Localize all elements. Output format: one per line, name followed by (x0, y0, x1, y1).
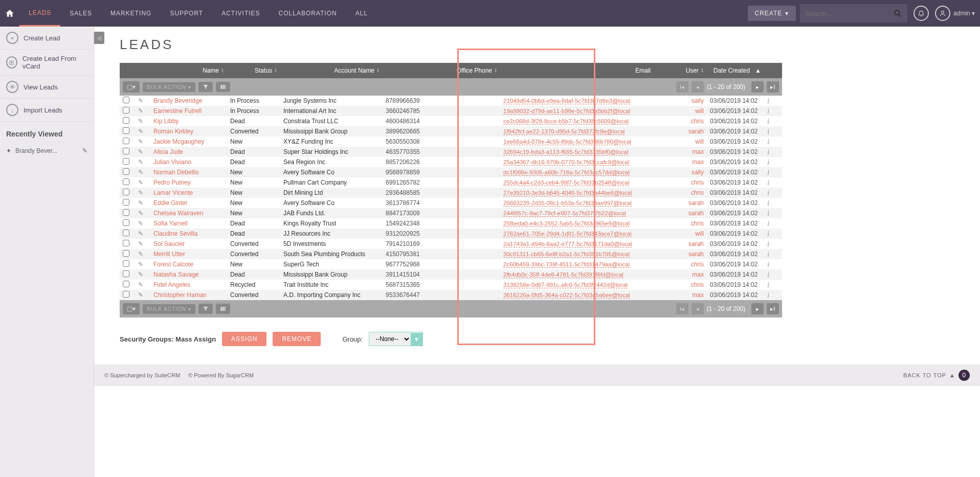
lead-user-link[interactable]: sarah (688, 240, 704, 247)
lead-user-link[interactable]: will (695, 138, 704, 145)
lead-user-link[interactable]: chris (691, 179, 704, 186)
row-edit-icon[interactable]: ✎ (135, 138, 150, 145)
user-avatar-icon[interactable] (935, 6, 950, 21)
search-box[interactable] (800, 4, 907, 22)
col-user-header[interactable]: User (686, 67, 699, 74)
lead-email-link[interactable]: 1f942fcf-ae22-1370-d95d-5c7fd373fc8e@loc… (503, 128, 625, 135)
row-edit-icon[interactable]: ✎ (135, 189, 150, 196)
lead-user-link[interactable]: max (692, 271, 704, 278)
lead-name-link[interactable]: Earnestine Futrell (153, 107, 202, 115)
bulk-action-button[interactable]: BULK ACTION ▾ (143, 82, 195, 92)
lead-name-link[interactable]: Jackie Mcgaughey (153, 138, 204, 145)
row-checkbox[interactable] (123, 138, 129, 144)
col-email-header[interactable]: Email (635, 67, 651, 74)
lead-email-link[interactable]: 1ee66a4d-078e-4c55-89dc-5c7fd336b780@loc… (503, 139, 631, 145)
lead-user-link[interactable]: max (692, 158, 704, 166)
lead-email-link[interactable]: 21049d54-0bbd-e9ea-8daf-5c7fd3b7d6e3@loc… (503, 98, 630, 104)
info-icon[interactable]: i (764, 138, 782, 146)
row-edit-icon[interactable]: ✎ (135, 240, 150, 247)
nav-link-support[interactable]: SUPPORT (161, 0, 212, 27)
info-icon[interactable]: i (764, 178, 782, 187)
search-input[interactable] (805, 10, 893, 17)
lead-user-link[interactable]: chris (691, 281, 704, 288)
row-edit-icon[interactable]: ✎ (135, 210, 150, 217)
select-all-toggle[interactable]: ▢▾ (123, 81, 140, 93)
info-icon[interactable]: i (764, 127, 782, 136)
back-to-top-button[interactable]: BACK TO TOP ▲ 0 (903, 370, 970, 381)
lead-name-link[interactable]: Fidel Angeles (153, 281, 190, 288)
row-edit-icon[interactable]: ✎ (135, 107, 150, 115)
lead-email-link[interactable]: 3138258e-0d67-891c-afc0-5c7fd3fc442d@loc… (503, 282, 628, 288)
lead-email-link[interactable]: 32694c19-bda3-a113-f665-5c7fd3335bf0@loc… (503, 149, 628, 155)
info-icon[interactable]: i (764, 148, 782, 156)
search-icon[interactable] (893, 9, 902, 18)
row-edit-icon[interactable]: ✎ (135, 128, 150, 135)
lead-email-link[interactable]: 244f857c-9ac7-79cf-e907-5c7fd37f7b22@loc… (503, 210, 626, 217)
lead-email-link[interactable]: 3616226a-0fd5-364a-c022-5c7fd3a5a6ee@loc… (503, 292, 630, 299)
info-icon[interactable]: i (764, 97, 782, 105)
lead-name-link[interactable]: Pedro Putney (153, 179, 191, 186)
page-prev-button-bottom[interactable]: ◂ (692, 303, 704, 314)
bulk-action-button-bottom[interactable]: BULK ACTION ▾ (143, 304, 195, 314)
lead-email-link[interactable]: 25a34367-db16-970b-0770-5c7fd3ccafc9@loc… (503, 159, 629, 166)
sidebar-item-1[interactable]: ⊞Create Lead From vCard (0, 50, 94, 76)
lead-email-link[interactable]: 2762ae61-705e-29d4-1d81-5c7fd343ace7@loc… (503, 231, 632, 237)
lead-name-link[interactable]: Alicia Jude (153, 148, 183, 155)
row-edit-icon[interactable]: ✎ (135, 169, 150, 176)
page-first-button[interactable]: I◂ (676, 81, 688, 93)
lead-name-link[interactable]: Norman Debellis (153, 169, 199, 176)
page-first-button-bottom[interactable]: I◂ (676, 303, 688, 314)
row-edit-icon[interactable]: ✎ (135, 230, 150, 237)
row-checkbox[interactable] (123, 230, 129, 236)
assign-button[interactable]: ASSIGN (222, 332, 266, 346)
filter-icon[interactable] (198, 82, 213, 92)
lead-name-link[interactable]: Sol Saucier (153, 240, 185, 247)
lead-name-link[interactable]: Merrill Utter (153, 251, 185, 258)
info-icon[interactable]: i (764, 240, 782, 248)
lead-email-link[interactable]: dc1f086e-9305-a60b-716a-5c7fd3dc57dd@loc… (503, 169, 630, 176)
info-icon[interactable]: i (764, 168, 782, 177)
nav-link-sales[interactable]: SALES (60, 0, 101, 27)
row-checkbox[interactable] (123, 281, 129, 287)
lead-user-link[interactable]: chris (691, 220, 704, 227)
lead-user-link[interactable]: sarah (688, 128, 704, 135)
lead-email-link[interactable]: 30c91311-cb65-6e8f-b2a1-5c7fd391b795@loc… (503, 251, 630, 258)
lead-email-link[interactable]: 25fbeda0-e4c3-2552-5ab5-5c7fd3c965e9@loc… (503, 220, 630, 227)
lead-user-link[interactable]: will (695, 230, 704, 237)
row-edit-icon[interactable]: ✎ (135, 148, 150, 155)
row-edit-icon[interactable]: ✎ (135, 179, 150, 186)
col-status-header[interactable]: Status (255, 67, 272, 74)
lead-name-link[interactable]: Chelsea Walraven (153, 210, 204, 217)
row-checkbox[interactable] (123, 189, 129, 195)
info-icon[interactable]: i (764, 117, 782, 126)
row-checkbox[interactable] (123, 178, 129, 185)
row-checkbox[interactable] (123, 199, 129, 206)
admin-menu[interactable]: admin ▾ (953, 10, 975, 17)
info-icon[interactable]: i (764, 199, 782, 208)
row-edit-icon[interactable]: ✎ (135, 199, 150, 207)
lead-user-link[interactable]: sarah (688, 199, 704, 207)
lead-email-link[interactable]: 27e39210-3e3d-b645-4046-5c7fd3a44be6@loc… (503, 190, 632, 196)
lead-user-link[interactable]: chris (691, 261, 704, 268)
row-edit-icon[interactable]: ✎ (135, 271, 150, 278)
lead-name-link[interactable]: Julian Viviano (153, 158, 191, 166)
row-edit-icon[interactable]: ✎ (135, 97, 150, 104)
lead-name-link[interactable]: Sofia Yarnell (153, 220, 188, 227)
info-icon[interactable]: i (764, 260, 782, 269)
row-checkbox[interactable] (123, 250, 129, 257)
nav-link-activities[interactable]: ACTIVITIES (212, 0, 269, 27)
page-last-button-bottom[interactable]: ▸I (767, 303, 779, 314)
info-icon[interactable]: i (764, 107, 782, 116)
lead-email-link[interactable]: 2a1743a1-d94b-6aa2-e777-5c7fd3171da0@loc… (503, 241, 632, 247)
lead-name-link[interactable]: Claudine Sevilla (153, 230, 197, 237)
lead-name-link[interactable]: Forest Calcote (153, 261, 193, 268)
row-checkbox[interactable] (123, 97, 129, 103)
info-icon[interactable]: i (764, 250, 782, 259)
lead-name-link[interactable]: Natasha Savage (153, 271, 199, 278)
info-icon[interactable]: i (764, 230, 782, 238)
row-checkbox[interactable] (123, 270, 129, 277)
page-last-button[interactable]: ▸I (767, 81, 779, 93)
home-icon[interactable] (5, 9, 19, 18)
lead-name-link[interactable]: Eddie Ginter (153, 199, 188, 207)
lead-user-link[interactable]: sally (692, 169, 704, 176)
